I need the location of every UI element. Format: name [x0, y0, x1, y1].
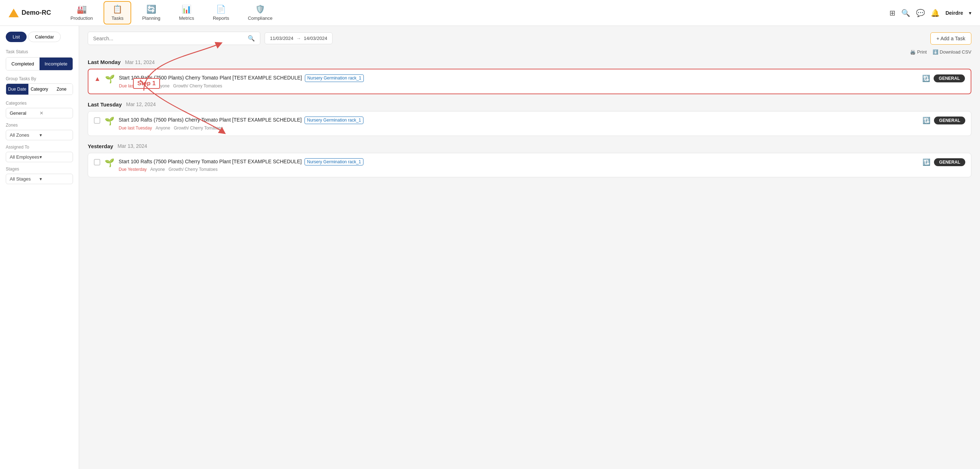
production-icon: 🏭	[77, 5, 87, 14]
assigned-filter[interactable]: All Employees ▾	[6, 152, 73, 162]
stages-filter[interactable]: All Stages ▾	[6, 174, 73, 184]
stages-chevron-icon: ▾	[40, 176, 69, 182]
task-title-3: Start 100 Rafts (7500 Plants) Cherry Tom…	[119, 158, 918, 166]
task-status-group: Completed Incomplete	[6, 57, 73, 70]
growth-2: Growth/ Cherry Tomatoes	[173, 126, 223, 131]
group-category-button[interactable]: Category	[29, 84, 51, 94]
view-list-button[interactable]: List	[6, 32, 27, 42]
task-group-day-yesterday: Yesterday	[88, 143, 113, 149]
task-group-day-tuesday: Last Tuesday	[88, 101, 122, 107]
status-completed-button[interactable]: Completed	[6, 57, 40, 70]
tasks-icon: 📋	[113, 5, 122, 14]
task-body-1: Start 100 Rafts (7500 Plants) Cherry Tom…	[119, 75, 918, 88]
task-group-date-tuesday: Mar 12, 2024	[126, 101, 156, 107]
search-icon: 🔍	[248, 35, 255, 42]
task-zone-badge-3[interactable]: Nursery Germination rack_1	[304, 158, 363, 166]
date-arrow-icon: →	[296, 36, 301, 41]
repeat-icon-3[interactable]: 🔃	[923, 158, 931, 166]
categories-value: General	[10, 110, 40, 116]
download-icon: ⬇️	[932, 49, 938, 55]
categories-filter: General ✕	[6, 108, 73, 118]
search-icon[interactable]: 🔍	[901, 9, 910, 17]
task-zone-badge-1[interactable]: Nursery Germination rack_1	[305, 75, 364, 82]
page-body: List Calendar Task Status Completed Inco…	[0, 26, 980, 469]
zones-label: Zones	[6, 123, 73, 128]
task-group-tuesday: Last Tuesday Mar 12, 2024 🌱 Start 100 Ra…	[88, 101, 971, 136]
status-incomplete-button[interactable]: Incomplete	[40, 57, 73, 70]
task-group-date-yesterday: Mar 13, 2024	[118, 143, 147, 149]
task-title-1: Start 100 Rafts (7500 Plants) Cherry Tom…	[119, 75, 918, 82]
growth-3: Growth/ Cherry Tomatoes	[169, 167, 218, 172]
notification-icon[interactable]: 🔔	[931, 9, 940, 17]
nav-item-reports[interactable]: 📄 Reports	[205, 1, 237, 24]
nav-item-tasks[interactable]: 📋 Tasks	[103, 1, 131, 24]
view-calendar-button[interactable]: Calendar	[28, 32, 61, 42]
logo-area: Demo-RC	[9, 9, 51, 17]
assigned-3: Anyone	[150, 167, 165, 172]
task-group-day-monday: Last Monday	[88, 59, 121, 65]
task-meta-1: Due last Monday Anyone Growth/ Cherry To…	[119, 83, 918, 88]
task-group-yesterday: Yesterday Mar 13, 2024 🌱 Start 100 Rafts…	[88, 143, 971, 178]
barcode-icon[interactable]: ⊞	[889, 9, 896, 17]
plant-icon: 🌱	[105, 75, 115, 84]
repeat-icon-2[interactable]: 🔃	[923, 116, 931, 124]
due-label-2: Due last Tuesday	[119, 126, 152, 131]
categories-label: Categories	[6, 101, 73, 106]
view-toggle: List Calendar	[6, 32, 73, 42]
nav-item-production[interactable]: 🏭 Production	[62, 1, 101, 24]
task-group-header-monday: Last Monday Mar 11, 2024	[88, 59, 971, 65]
task-title-2: Start 100 Rafts (7500 Plants) Cherry Tom…	[119, 116, 918, 124]
chat-icon[interactable]: 💬	[916, 9, 925, 17]
task-zone-badge-2[interactable]: Nursery Germination rack_1	[304, 116, 363, 124]
sidebar: List Calendar Task Status Completed Inco…	[0, 26, 79, 469]
group-tasks-label: Group Tasks By	[6, 76, 73, 81]
add-task-button[interactable]: + Add a Task	[931, 32, 971, 45]
top-navigation: Demo-RC 🏭 Production 📋 Tasks 🔄 Planning …	[0, 0, 980, 26]
stages-value: All Stages	[10, 176, 40, 182]
task-card-1: ▲ 🌱 Start 100 Rafts (7500 Plants) Cherry…	[88, 69, 971, 94]
task-meta-2: Due last Tuesday Anyone Growth/ Cherry T…	[119, 126, 918, 131]
print-button[interactable]: 🖨️ Print	[910, 49, 927, 55]
task-group-header-yesterday: Yesterday Mar 13, 2024	[88, 143, 971, 149]
stages-label: Stages	[6, 166, 73, 172]
categories-clear-button[interactable]: ✕	[40, 110, 69, 116]
zones-value: All Zones	[10, 132, 40, 138]
nav-label-production: Production	[70, 16, 93, 21]
nav-label-metrics: Metrics	[179, 16, 194, 21]
task-group-monday: Last Monday Mar 11, 2024 ▲ 🌱 Start 100 R…	[88, 59, 971, 94]
due-label-1: Due last Monday	[119, 83, 151, 88]
user-chevron[interactable]: ▾	[969, 10, 971, 16]
search-box[interactable]: 🔍	[88, 32, 260, 45]
assigned-2: Anyone	[156, 126, 170, 131]
nav-right: ⊞ 🔍 💬 🔔 Deirdre ▾	[889, 9, 971, 17]
logo-icon	[9, 9, 19, 17]
general-badge-1: GENERAL	[934, 75, 965, 82]
main-actions: 🖨️ Print ⬇️ Download CSV	[88, 49, 971, 55]
nav-label-reports: Reports	[213, 16, 229, 21]
nav-label-planning: Planning	[142, 16, 160, 21]
zones-filter[interactable]: All Zones ▾	[6, 130, 73, 140]
group-zone-button[interactable]: Zone	[50, 84, 73, 94]
nav-item-compliance[interactable]: 🛡️ Compliance	[240, 1, 280, 24]
group-duedate-button[interactable]: Due Date	[6, 84, 29, 94]
date-from: 11/03/2024	[270, 36, 293, 41]
search-input[interactable]	[93, 36, 248, 41]
group-tasks-group: Due Date Category Zone	[6, 83, 73, 95]
app-title: Demo-RC	[22, 9, 51, 16]
assigned-chevron-icon: ▾	[40, 154, 69, 160]
planning-icon: 🔄	[146, 5, 156, 14]
main-topbar: 🔍 11/03/2024 → 14/03/2024 + Add a Task	[88, 32, 971, 45]
nav-item-planning[interactable]: 🔄 Planning	[134, 1, 168, 24]
compliance-icon: 🛡️	[255, 5, 265, 14]
general-badge-2: GENERAL	[934, 116, 965, 124]
assigned-1: Anyone	[155, 83, 170, 88]
task-checkbox-2[interactable]	[94, 117, 100, 124]
repeat-icon-1[interactable]: 🔃	[922, 75, 930, 82]
nav-item-metrics[interactable]: 📊 Metrics	[171, 1, 202, 24]
assigned-label: Assigned To	[6, 145, 73, 150]
user-menu[interactable]: Deirdre	[945, 10, 963, 16]
date-to: 14/03/2024	[304, 36, 327, 41]
download-csv-button[interactable]: ⬇️ Download CSV	[932, 49, 971, 55]
flag-icon: ▲	[94, 75, 101, 83]
task-checkbox-3[interactable]	[94, 159, 100, 166]
